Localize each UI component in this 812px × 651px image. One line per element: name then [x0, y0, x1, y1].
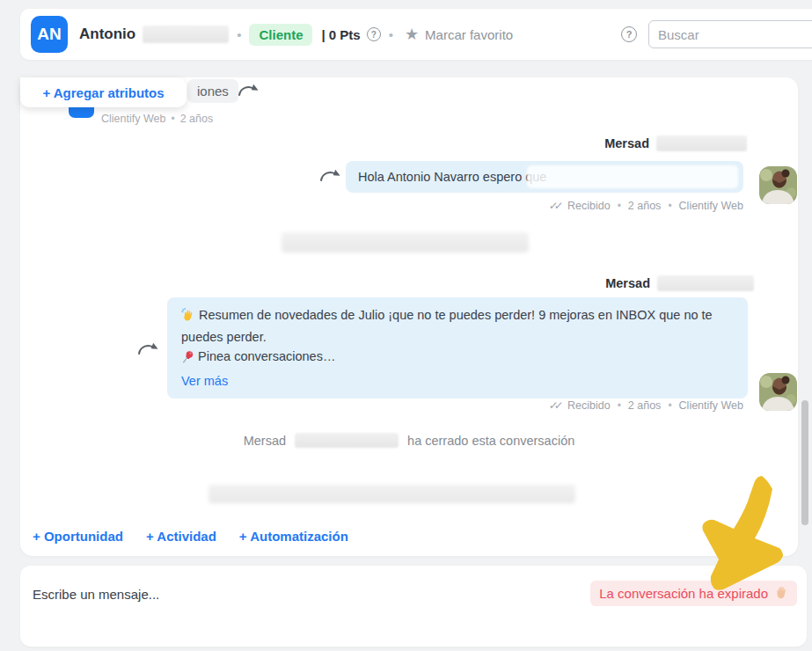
tab-conversaciones-partial[interactable]: iones: [187, 79, 238, 103]
action-link-automation[interactable]: + Automatización: [239, 529, 348, 544]
conversation-panel: iones Clientify Web • 2 años Mersad H: [20, 77, 798, 556]
message-age: 2 años: [628, 200, 662, 212]
redo-arrow-icon[interactable]: [237, 82, 260, 103]
system-message-text: ha cerrado esta conversación: [407, 434, 574, 448]
message-age: 2 años: [180, 113, 214, 125]
forward-arrow-icon: [318, 167, 341, 188]
search-input[interactable]: [648, 20, 812, 48]
add-attributes-button[interactable]: + Agregar atributos: [20, 77, 187, 107]
message-bubble: Hola Antonio Navarro espero que: [346, 161, 743, 193]
separator-dot: •: [171, 113, 174, 125]
message-input[interactable]: Escribe un mensaje...: [33, 587, 159, 602]
expired-notice: La conversación ha expirado: [590, 581, 797, 606]
message-text: Hola Antonio Navarro espero que: [358, 170, 546, 184]
channel-name: Clientify Web: [101, 113, 165, 125]
separator-dot: •: [237, 27, 241, 42]
action-link-opportunity[interactable]: + Oportunidad: [33, 529, 123, 544]
expired-notice-text: La conversación ha expirado: [599, 586, 768, 601]
clientify-inbox-window: AN Antonio • Cliente | 0 Pts ? • ★ Marca…: [0, 0, 812, 651]
actions-row: + Oportunidad + Actividad + Automatizaci…: [33, 529, 348, 544]
channel-name: Clientify Web: [679, 200, 743, 212]
blurred-last-name: [143, 26, 229, 43]
message-text-line2: Pinea conversaciones…: [198, 349, 335, 363]
add-attributes-label: + Agregar atributos: [42, 85, 164, 100]
question-mark-glyph: ?: [626, 29, 633, 40]
agent-avatar: [759, 373, 797, 411]
separator-dot: •: [389, 27, 393, 42]
message-sender-row: Mersad: [604, 135, 747, 151]
system-message: Mersad ha cerrado esta conversación: [20, 433, 798, 448]
waving-hand-emoji: [181, 308, 195, 327]
delivered-check-icon: ✓✓: [548, 200, 560, 212]
forward-arrow-icon: [136, 340, 159, 362]
points-help-icon[interactable]: ?: [367, 27, 381, 41]
client-badge[interactable]: Cliente: [249, 24, 312, 46]
action-link-activity[interactable]: + Actividad: [146, 529, 216, 544]
message-sender: Mersad: [605, 276, 650, 290]
message-bubble: Resumen de novedades de Julio ¡que no te…: [167, 297, 748, 399]
raised-hand-emoji: [774, 585, 788, 602]
contact-avatar-initials: AN: [37, 25, 61, 44]
contact-header: AN Antonio • Cliente | 0 Pts ? • ★ Marca…: [20, 9, 812, 60]
pushpin-emoji: [181, 349, 194, 369]
see-more-link[interactable]: Ver más: [181, 371, 228, 391]
channel-name: Clientify Web: [679, 399, 743, 412]
favorite-star-icon[interactable]: ★: [405, 25, 419, 44]
contact-name: Antonio: [79, 26, 135, 43]
blurred-row: [282, 232, 529, 252]
system-message-sender: Mersad: [244, 434, 286, 448]
composer-panel: Escribe un mensaje... La conversación ha…: [20, 566, 807, 647]
message-sender: Mersad: [604, 136, 649, 150]
message-sender-row: Mersad: [605, 275, 754, 291]
blurred-text-overlay: [527, 165, 738, 188]
points-label: | 0 Pts: [321, 27, 360, 42]
separator-dot: •: [668, 399, 671, 412]
separator-dot: •: [618, 200, 621, 212]
delivered-check-icon: ✓✓: [548, 399, 560, 412]
scrollbar-thumb[interactable]: [801, 400, 808, 525]
status-text: Recibido: [567, 200, 611, 212]
agent-avatar: [759, 166, 797, 204]
favorite-label[interactable]: Marcar favorito: [425, 27, 513, 42]
message-status: ✓✓ Recibido • 2 años • Clientify Web: [549, 200, 743, 212]
contact-avatar: AN: [31, 16, 68, 53]
blurred-name: [295, 433, 399, 448]
tab-partial-label: iones: [197, 84, 229, 99]
help-icon[interactable]: ?: [621, 26, 637, 42]
separator-dot: •: [618, 399, 621, 412]
header-right-group: ?: [615, 20, 812, 48]
channel-meta: Clientify Web • 2 años: [101, 113, 213, 125]
blurred-row: [208, 485, 575, 503]
blurred-sender-name: [656, 135, 747, 151]
separator-dot: •: [668, 200, 671, 212]
message-status: ✓✓ Recibido • 2 años • Clientify Web: [549, 399, 743, 412]
question-mark-glyph: ?: [371, 30, 377, 40]
message-age: 2 años: [628, 399, 662, 412]
status-text: Recibido: [567, 399, 611, 412]
message-text-line1: Resumen de novedades de Julio ¡que no te…: [181, 308, 713, 344]
blurred-sender-name: [657, 275, 754, 291]
